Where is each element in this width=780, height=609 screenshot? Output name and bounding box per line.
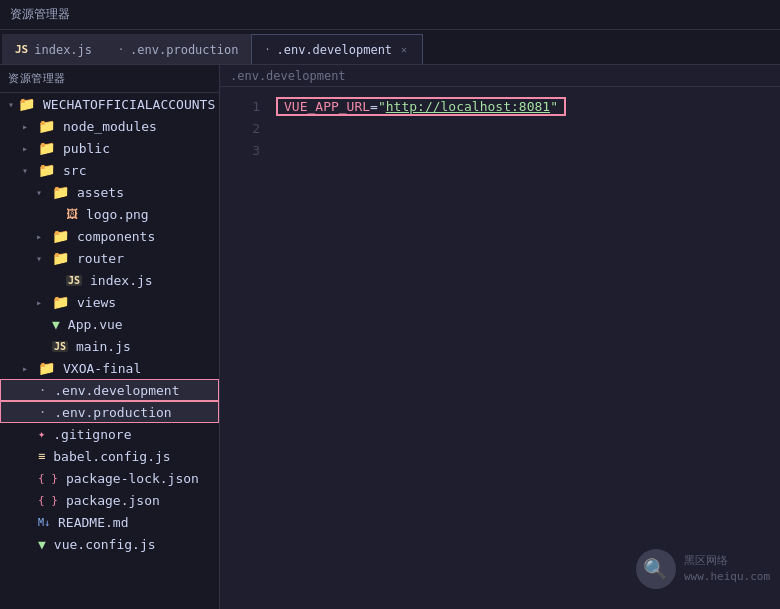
- sidebar-header: 资源管理器: [0, 65, 219, 93]
- asset-icon: 🖼: [66, 207, 78, 221]
- watermark-icon: 🔍: [636, 549, 676, 589]
- md-icon: M↓: [38, 517, 50, 528]
- js-badge: JS: [66, 275, 82, 286]
- tree-item-main-js[interactable]: JSmain.js: [0, 335, 219, 357]
- tree-item-root[interactable]: ▾📁WECHATOFFICIALACCOUNTS: [0, 93, 219, 115]
- tree-item-vxoa-final[interactable]: ▸📁VXOA-final: [0, 357, 219, 379]
- tree-item-env-prod[interactable]: ·.env.production: [0, 401, 219, 423]
- sidebar: 资源管理器 ▾📁WECHATOFFICIALACCOUNTS▸📁node_mod…: [0, 65, 220, 609]
- main-area: 资源管理器 ▾📁WECHATOFFICIALACCOUNTS▸📁node_mod…: [0, 65, 780, 609]
- babel-icon: ≡: [38, 449, 45, 463]
- line-number-1: 1: [228, 99, 260, 114]
- title-bar-text: 资源管理器: [10, 6, 70, 23]
- tree-item-public[interactable]: ▸📁public: [0, 137, 219, 159]
- js-badge: JS: [52, 341, 68, 352]
- folder-icon: 📁: [52, 184, 69, 200]
- tree-item-label: assets: [77, 185, 124, 200]
- chevron-icon: ▸: [22, 121, 34, 132]
- tree-item-label: .env.production: [54, 405, 171, 420]
- folder-icon: 📁: [38, 140, 55, 156]
- code-url: http://localhost:8081: [386, 99, 550, 114]
- tab-env-production[interactable]: ·.env.production: [105, 34, 251, 64]
- tree-item-label: App.vue: [68, 317, 123, 332]
- json-icon: { }: [38, 494, 58, 507]
- tab-js-icon: JS: [15, 43, 28, 56]
- tree-item-router[interactable]: ▾📁router: [0, 247, 219, 269]
- git-icon: ✦: [38, 427, 45, 441]
- tab-index-js[interactable]: JSindex.js: [2, 34, 105, 64]
- folder-icon: 📁: [52, 250, 69, 266]
- chevron-icon: ▾: [36, 187, 48, 198]
- tree-item-label: views: [77, 295, 116, 310]
- tree-item-label: main.js: [76, 339, 131, 354]
- tree-item-label: vue.config.js: [54, 537, 156, 552]
- tree-item-pkg-lock[interactable]: { }package-lock.json: [0, 467, 219, 489]
- tree-item-vue-config[interactable]: ▼vue.config.js: [0, 533, 219, 555]
- tree-item-assets[interactable]: ▾📁assets: [0, 181, 219, 203]
- editor-breadcrumb: .env.development: [220, 65, 780, 87]
- chevron-icon: ▾: [8, 99, 14, 110]
- tree-item-env-dev[interactable]: ·.env.development: [0, 379, 219, 401]
- json-icon: { }: [38, 472, 58, 485]
- file-tree: ▾📁WECHATOFFICIALACCOUNTS▸📁node_modules▸📁…: [0, 93, 219, 555]
- file-icon: ·: [39, 405, 46, 419]
- tree-item-babel[interactable]: ≡babel.config.js: [0, 445, 219, 467]
- line-number-2: 2: [228, 121, 260, 136]
- tree-item-label: package-lock.json: [66, 471, 199, 486]
- code-eq: =: [370, 99, 378, 114]
- folder-icon: 📁: [52, 294, 69, 310]
- tree-item-label: package.json: [66, 493, 160, 508]
- tree-item-gitignore[interactable]: ✦.gitignore: [0, 423, 219, 445]
- tree-item-logo[interactable]: 🖼logo.png: [0, 203, 219, 225]
- tree-item-label: VXOA-final: [63, 361, 141, 376]
- tree-item-label: router: [77, 251, 124, 266]
- tree-item-label: components: [77, 229, 155, 244]
- tree-item-label: src: [63, 163, 86, 178]
- tree-item-label: logo.png: [86, 207, 149, 222]
- folder-icon: 📁: [52, 228, 69, 244]
- chevron-icon: ▾: [22, 165, 34, 176]
- editor-line-2: 2: [220, 117, 780, 139]
- title-bar: 资源管理器: [0, 0, 780, 30]
- tab-env-development[interactable]: ·.env.development✕: [251, 34, 423, 64]
- tree-item-label: public: [63, 141, 110, 156]
- tree-item-router-index[interactable]: JSindex.js: [0, 269, 219, 291]
- chevron-icon: ▸: [36, 231, 48, 242]
- tree-item-src[interactable]: ▾📁src: [0, 159, 219, 181]
- tab-label: .env.production: [130, 43, 238, 57]
- tree-item-label: babel.config.js: [53, 449, 170, 464]
- folder-icon: 📁: [18, 96, 35, 112]
- tree-item-views[interactable]: ▸📁views: [0, 291, 219, 313]
- lines-container: 1VUE_APP_URL="http://localhost:8081"23: [220, 95, 780, 161]
- line-number-3: 3: [228, 143, 260, 158]
- tree-item-label: WECHATOFFICIALACCOUNTS: [43, 97, 215, 112]
- tree-item-node_modules[interactable]: ▸📁node_modules: [0, 115, 219, 137]
- editor-content[interactable]: 1VUE_APP_URL="http://localhost:8081"23 🔍…: [220, 87, 780, 609]
- chevron-icon: ▸: [36, 297, 48, 308]
- editor: .env.development 1VUE_APP_URL="http://lo…: [220, 65, 780, 609]
- tree-item-components[interactable]: ▸📁components: [0, 225, 219, 247]
- editor-line-1: 1VUE_APP_URL="http://localhost:8081": [220, 95, 780, 117]
- watermark: 🔍 黑区网络 www.heiqu.com: [636, 549, 770, 589]
- tree-item-label: node_modules: [63, 119, 157, 134]
- code-val: "http://localhost:8081": [378, 99, 558, 114]
- tab-label: index.js: [34, 43, 92, 57]
- watermark-text: 黑区网络 www.heiqu.com: [684, 553, 770, 586]
- chevron-icon: ▸: [22, 363, 34, 374]
- code-key: VUE_APP_URL: [284, 99, 370, 114]
- tab-close-button[interactable]: ✕: [398, 43, 410, 56]
- tab-env-icon: ·: [264, 44, 270, 55]
- tree-item-pkg[interactable]: { }package.json: [0, 489, 219, 511]
- tab-bar: JSindex.js·.env.production·.env.developm…: [0, 30, 780, 65]
- config-icon: ▼: [38, 537, 46, 552]
- tree-item-label: README.md: [58, 515, 128, 530]
- tree-item-app-vue[interactable]: ▼App.vue: [0, 313, 219, 335]
- tree-item-readme[interactable]: M↓README.md: [0, 511, 219, 533]
- file-icon: ·: [39, 383, 46, 397]
- folder-icon: 📁: [38, 162, 55, 178]
- chevron-icon: ▾: [36, 253, 48, 264]
- chevron-icon: ▸: [22, 143, 34, 154]
- tab-label: .env.development: [276, 43, 392, 57]
- folder-icon: 📁: [38, 360, 55, 376]
- editor-line-3: 3: [220, 139, 780, 161]
